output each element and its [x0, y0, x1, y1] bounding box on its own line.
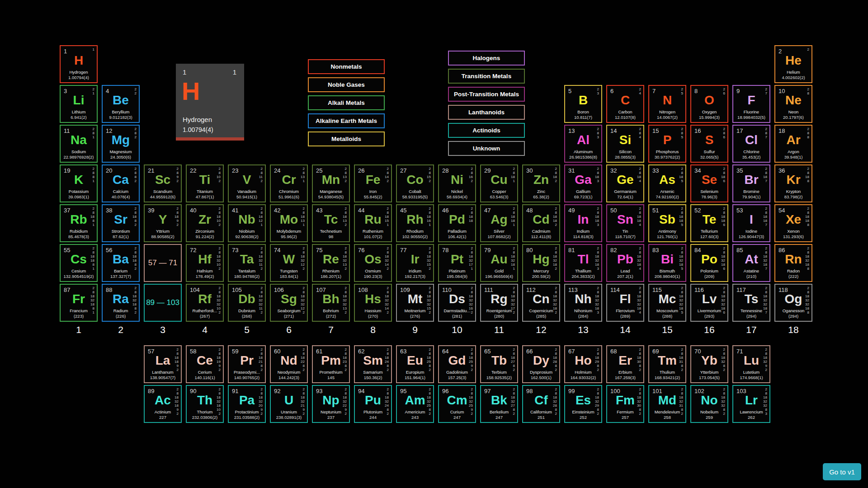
element-tile-u[interactable]: 922818322192UUranium238.02891(3) — [270, 385, 308, 423]
element-tile-es[interactable]: 992818322982EsEinsteinium252 — [564, 385, 602, 423]
element-tile-ni[interactable]: 2828162NiNickel58.6934(4) — [438, 164, 476, 202]
element-tile-w[interactable]: 74281832122WTungsten183.84(1) — [270, 244, 308, 282]
element-tile-pd[interactable]: 46281818PdPalladium106.42(1) — [438, 204, 476, 242]
element-tile-sg[interactable]: 10628183232122SgSeaborgium(271) — [270, 284, 308, 322]
element-tile-pb[interactable]: 82281832184PbLead207.2(1) — [606, 244, 644, 282]
element-tile-db[interactable]: 10528183232112DbDubnium(268) — [228, 284, 266, 322]
element-tile-lu[interactable]: 7128183292LuLutetium174.9668(1) — [732, 345, 770, 383]
element-tile-cd[interactable]: 482818182CdCadmium112.411(8) — [522, 204, 560, 242]
element-tile-tb[interactable]: 6528182782TbTerbium158.92535(2) — [480, 345, 518, 383]
element-tile-ds[interactable]: 11028183232162DsDarmstadtiu...(281) — [438, 284, 476, 322]
element-tile-cr[interactable]: 2428131CrChromium51.9961(6) — [270, 164, 308, 202]
range-placeholder-tile[interactable]: 57 — 71 — [144, 244, 182, 282]
element-tile-fl[interactable]: 11428183232184FlFlerovium(289) — [606, 284, 644, 322]
element-tile-li[interactable]: 321LiLithium6.941(2) — [60, 85, 98, 123]
element-tile-in[interactable]: 492818183InIndium114.818(3) — [564, 204, 602, 242]
element-tile-p[interactable]: 15285PPhosphorus30.973762(2) — [648, 125, 686, 163]
element-tile-re[interactable]: 75281832132ReRhenium186.207(1) — [312, 244, 350, 282]
element-tile-rn[interactable]: 86281832188RnRadon(222) — [774, 244, 812, 282]
element-tile-bh[interactable]: 10728183232132BhBohrium(272) — [312, 284, 350, 322]
element-tile-pt[interactable]: 78281832171PtPlatinum195.084(9) — [438, 244, 476, 282]
element-tile-te[interactable]: 522818186TeTellurium127.60(3) — [690, 204, 728, 242]
element-tile-o[interactable]: 826OOxygen15.9994(3) — [690, 85, 728, 123]
element-tile-ca[interactable]: 202882CaCalcium40.078(4) — [102, 164, 140, 202]
element-tile-kr[interactable]: 3628188KrKrypton83.798(2) — [774, 164, 812, 202]
element-tile-cm[interactable]: 962818322592CmCurium247 — [438, 385, 476, 423]
element-tile-th[interactable]: 9028183218102ThThorium232.03806(2) — [186, 385, 224, 423]
element-tile-as[interactable]: 3328185AsArsenic74.92160(2) — [648, 164, 686, 202]
element-tile-zr[interactable]: 402818102ZrZirconium91.224(2) — [186, 204, 224, 242]
element-tile-na[interactable]: 11281NaSodium22.98976928(2) — [60, 125, 98, 163]
element-tile-cl[interactable]: 17287ClChlorine35.453(2) — [732, 125, 770, 163]
element-tile-am[interactable]: 952818322582AmAmericium243 — [396, 385, 434, 423]
element-tile-np[interactable]: 932818322292NpNeptunium237 — [312, 385, 350, 423]
element-tile-bk[interactable]: 972818322782BkBerkelium247 — [480, 385, 518, 423]
range-placeholder-tile[interactable]: 89 — 103 — [144, 284, 182, 322]
element-tile-la[interactable]: 5728181892LaLanthanum138.90547(7) — [144, 345, 182, 383]
element-tile-gd[interactable]: 6428182592GdGadolinium157.25(3) — [438, 345, 476, 383]
element-tile-tl[interactable]: 81281832183TlThallium204.3833(2) — [564, 244, 602, 282]
element-tile-ba[interactable]: 5628181882BaBarium137.327(7) — [102, 244, 140, 282]
element-tile-pu[interactable]: 942818322482PuPlutonium244 — [354, 385, 392, 423]
element-tile-b[interactable]: 523BBoron10.811(7) — [564, 85, 602, 123]
element-tile-fe[interactable]: 2628142FeIron55.845(2) — [354, 164, 392, 202]
element-tile-mc[interactable]: 11528183232185McMoscovium(288) — [648, 284, 686, 322]
element-tile-rb[interactable]: 37281881RbRubidium85.4678(3) — [60, 204, 98, 242]
element-tile-ar[interactable]: 18288ArArgon39.948(1) — [774, 125, 812, 163]
element-tile-nh[interactable]: 11328183232183NhNihonium(284) — [564, 284, 602, 322]
element-tile-ru[interactable]: 442818151RuRuthenium101.07(2) — [354, 204, 392, 242]
element-tile-hf[interactable]: 72281832102HfHafnium178.49(2) — [186, 244, 224, 282]
element-tile-ts[interactable]: 11728183232187TsTennessine(294) — [732, 284, 770, 322]
element-tile-at[interactable]: 85281832187AtAstatine(210) — [732, 244, 770, 282]
element-tile-tm[interactable]: 6928183182TmThulium168.93421(2) — [648, 345, 686, 383]
element-tile-ne[interactable]: 1028NeNeon20.1797(6) — [774, 85, 812, 123]
element-tile-mg[interactable]: 12282MgMagnesium24.3050(6) — [102, 125, 140, 163]
element-tile-fr[interactable]: 872818321881FrFrancium(223) — [60, 284, 98, 322]
element-tile-rf[interactable]: 10428183232102RfRutherfordi...(267) — [186, 284, 224, 322]
element-tile-fm[interactable]: 1002818323082FmFermium257 — [606, 385, 644, 423]
element-tile-ce[interactable]: 5828181992CeCerium140.116(1) — [186, 345, 224, 383]
element-tile-si[interactable]: 14284SiSilicon28.0855(3) — [606, 125, 644, 163]
element-tile-co[interactable]: 2728152CoCobalt58.933195(5) — [396, 164, 434, 202]
element-tile-dy[interactable]: 6628182882DyDysprosium162.500(1) — [522, 345, 560, 383]
element-tile-mn[interactable]: 2528132MnManganese54.938045(5) — [312, 164, 350, 202]
element-tile-po[interactable]: 84281832186PoPolonium(209) — [690, 244, 728, 282]
element-tile-k[interactable]: 192881KPotassium39.0983(1) — [60, 164, 98, 202]
element-tile-er[interactable]: 6828183082ErErbium167.259(3) — [606, 345, 644, 383]
element-tile-be[interactable]: 422BeBeryllium9.012182(3) — [102, 85, 140, 123]
element-tile-ag[interactable]: 472818181AgSilver107.8682(2) — [480, 204, 518, 242]
element-tile-pa[interactable]: 912818322092PaProtactinium231.03588(2) — [228, 385, 266, 423]
element-tile-h[interactable]: 11HHydrogen1.00794(4) — [60, 45, 98, 83]
element-tile-hg[interactable]: 80281832182HgMercury200.59(2) — [522, 244, 560, 282]
element-tile-i[interactable]: 532818187IIodine126.90447(3) — [732, 204, 770, 242]
element-tile-mo[interactable]: 422818131MoMolybdenum95.96(2) — [270, 204, 308, 242]
element-tile-lv[interactable]: 11628183232186LvLivermorium(293) — [690, 284, 728, 322]
element-tile-ga[interactable]: 3128183GaGallium69.723(1) — [564, 164, 602, 202]
element-tile-cf[interactable]: 982818322882CfCalifornium251 — [522, 385, 560, 423]
element-tile-cu[interactable]: 2928181CuCopper63.546(3) — [480, 164, 518, 202]
element-tile-pr[interactable]: 5928182182PrPraseodymi...140.90765(2) — [228, 345, 266, 383]
element-tile-br[interactable]: 3528187BrBromine79.904(1) — [732, 164, 770, 202]
element-tile-cn[interactable]: 11228183232182CnCopernicium(285) — [522, 284, 560, 322]
element-tile-md[interactable]: 1012818323182MdMendelevium258 — [648, 385, 686, 423]
element-tile-tc[interactable]: 432818132TcTechnetium98 — [312, 204, 350, 242]
element-tile-ti[interactable]: 2228102TiTitanium47.867(1) — [186, 164, 224, 202]
element-tile-ge[interactable]: 3228184GeGermanium72.64(1) — [606, 164, 644, 202]
element-tile-n[interactable]: 725NNitrogen14.0067(2) — [648, 85, 686, 123]
element-tile-hs[interactable]: 10828183232142HsHassium(270) — [354, 284, 392, 322]
element-tile-eu[interactable]: 6328182582EuEuropium151.964(1) — [396, 345, 434, 383]
element-tile-yb[interactable]: 7028183282YbYtterbium173.054(5) — [690, 345, 728, 383]
element-tile-rh[interactable]: 452818161RhRhodium102.90550(2) — [396, 204, 434, 242]
element-tile-ac[interactable]: 892818321892AcActinium227 — [144, 385, 182, 423]
element-tile-he[interactable]: 22HeHelium4.002602(2) — [774, 45, 812, 83]
element-tile-se[interactable]: 3428186SeSelenium78.96(3) — [690, 164, 728, 202]
element-tile-au[interactable]: 79281832181AuGold196.966569(4) — [480, 244, 518, 282]
element-tile-sr[interactable]: 38281882SrStrontium87.62(1) — [102, 204, 140, 242]
element-tile-cs[interactable]: 5528181881CsCesium132.9054519(2) — [60, 244, 98, 282]
element-tile-ra[interactable]: 882818321882RaRadium(226) — [102, 284, 140, 322]
element-tile-nb[interactable]: 412818121NbNiobium92.90638(2) — [228, 204, 266, 242]
element-tile-s[interactable]: 16286SSulfur32.065(5) — [690, 125, 728, 163]
element-tile-c[interactable]: 624CCarbon12.0107(8) — [606, 85, 644, 123]
element-tile-al[interactable]: 13283AlAluminum26.9815386(8) — [564, 125, 602, 163]
element-tile-f[interactable]: 927FFluorine18.9984032(5) — [732, 85, 770, 123]
